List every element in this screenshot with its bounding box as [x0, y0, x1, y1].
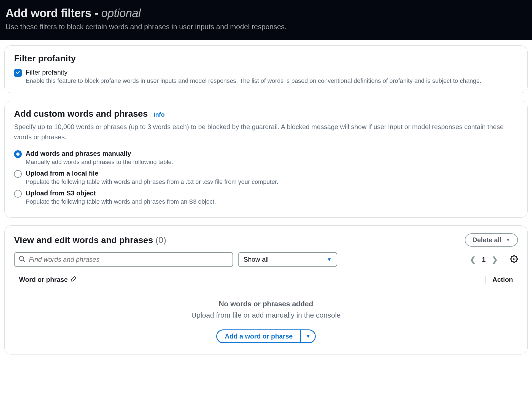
view-edit-card: View and edit words and phrases (0) Dele… — [4, 225, 528, 354]
filter-profanity-checkbox-row[interactable]: Filter profanity Enable this feature to … — [14, 69, 518, 84]
radio-title: Add words and phrases manually — [26, 150, 173, 157]
radio-desc: Manually add words and phrases to the fo… — [26, 159, 173, 166]
triangle-down-icon: ▼ — [327, 257, 332, 263]
radio-option-1[interactable]: Upload from a local filePopulate the fol… — [14, 170, 518, 185]
page-number: 1 — [482, 255, 486, 264]
radio-desc: Populate the following table with words … — [26, 178, 278, 185]
custom-words-desc: Specify up to 10,000 words or phrases (u… — [14, 122, 518, 142]
page-title: Add word filters - optional — [6, 7, 526, 20]
page-header: Add word filters - optional Use these fi… — [0, 0, 532, 40]
page-next-button[interactable]: ❯ — [492, 255, 498, 264]
view-edit-count: (0) — [155, 235, 166, 245]
radio-button[interactable] — [14, 190, 22, 198]
filter-profanity-desc: Enable this feature to block profane wor… — [26, 77, 481, 84]
search-icon — [18, 255, 26, 264]
column-divider — [485, 276, 486, 283]
add-word-button[interactable]: Add a word or pharse — [216, 329, 301, 343]
toolbar-right: ❮ 1 ❯ — [470, 254, 518, 265]
svg-point-2 — [513, 258, 515, 260]
radio-button[interactable] — [14, 170, 22, 178]
radio-option-0[interactable]: Add words and phrases manuallyManually a… — [14, 150, 518, 166]
filter-select-value: Show all — [244, 256, 269, 263]
empty-state: No words or phrases added Upload from fi… — [14, 288, 518, 346]
search-field-wrap[interactable] — [14, 252, 233, 267]
divider — [504, 254, 504, 265]
view-edit-title: View and edit words and phrases — [14, 235, 153, 245]
filter-profanity-text: Filter profanity Enable this feature to … — [26, 69, 481, 84]
triangle-down-icon: ▼ — [306, 334, 310, 339]
add-word-dropdown-button[interactable]: ▼ — [301, 329, 316, 343]
view-edit-header: View and edit words and phrases (0) Dele… — [14, 233, 518, 247]
toolbar: Show all ▼ ❮ 1 ❯ — [14, 252, 518, 267]
settings-button[interactable] — [510, 255, 518, 264]
custom-words-title: Add custom words and phrases — [14, 109, 148, 119]
add-word-button-group: Add a word or pharse ▼ — [216, 329, 316, 343]
radio-text: Add words and phrases manuallyManually a… — [26, 150, 173, 166]
svg-point-0 — [19, 257, 23, 261]
info-link[interactable]: Info — [153, 111, 164, 118]
page-title-optional: optional — [101, 7, 141, 20]
column-word-or-phrase[interactable]: Word or phrase — [19, 276, 77, 283]
filter-profanity-card: Filter profanity Filter profanity Enable… — [4, 45, 528, 93]
gear-icon — [510, 259, 518, 264]
radio-desc: Populate the following table with words … — [26, 198, 216, 205]
page-subtitle: Use these filters to block certain words… — [6, 23, 526, 31]
radio-title: Upload from S3 object — [26, 189, 216, 197]
radio-option-2[interactable]: Upload from S3 objectPopulate the follow… — [14, 189, 518, 205]
custom-words-card: Add custom words and phrases Info Specif… — [4, 101, 528, 218]
column-action-label: Action — [492, 276, 513, 283]
edit-icon — [71, 276, 77, 283]
check-icon — [15, 70, 20, 76]
empty-state-title: No words or phrases added — [14, 300, 518, 308]
delete-all-label: Delete all — [472, 236, 501, 244]
radio-button[interactable] — [14, 150, 22, 158]
view-edit-heading: View and edit words and phrases (0) — [14, 235, 166, 245]
svg-line-1 — [23, 260, 25, 262]
radio-text: Upload from a local filePopulate the fol… — [26, 170, 278, 185]
caret-down-icon: ▼ — [506, 238, 510, 242]
filter-profanity-heading: Filter profanity — [14, 53, 518, 64]
search-input[interactable] — [26, 256, 229, 263]
filter-select[interactable]: Show all ▼ — [238, 252, 337, 267]
filter-profanity-label: Filter profanity — [26, 69, 481, 76]
page-prev-button[interactable]: ❮ — [470, 255, 476, 264]
table-header: Word or phrase Action — [14, 272, 518, 288]
filter-profanity-checkbox[interactable] — [14, 69, 22, 77]
column-word-label: Word or phrase — [19, 276, 68, 283]
content-area: Filter profanity Filter profanity Enable… — [0, 40, 532, 368]
page-title-main: Add word filters - — [6, 7, 101, 20]
radio-text: Upload from S3 objectPopulate the follow… — [26, 189, 216, 205]
column-action: Action — [492, 276, 513, 283]
radio-title: Upload from a local file — [26, 170, 278, 177]
delete-all-button[interactable]: Delete all ▼ — [465, 233, 518, 247]
custom-words-heading: Add custom words and phrases Info — [14, 109, 518, 119]
empty-state-desc: Upload from file or add manually in the … — [14, 311, 518, 320]
